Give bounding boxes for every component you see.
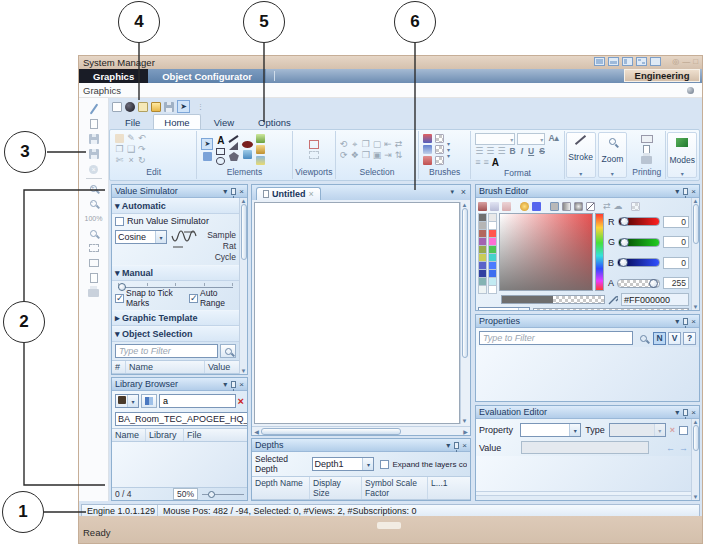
text-brush-dropdown-icon[interactable]: ▾	[447, 154, 450, 158]
layout-split-vertical-icon[interactable]	[622, 57, 633, 66]
indent-icon[interactable]: ≡	[484, 158, 489, 167]
section-automatic[interactable]: ▾ Automatic	[112, 198, 239, 214]
section-manual[interactable]: ▾ Manual	[112, 265, 239, 281]
align-text-left-icon[interactable]: ☰	[475, 147, 483, 156]
hue-strip[interactable]	[595, 213, 604, 291]
pattern-brush-icon[interactable]	[631, 202, 640, 211]
red-slider[interactable]	[618, 217, 661, 226]
waveform-dropdown[interactable]: Cosine ▾	[115, 230, 167, 244]
grow-font-icon[interactable]: A▴	[547, 133, 559, 145]
library-zoom-slider[interactable]	[202, 490, 244, 498]
depth-row[interactable]: Depth1 970 1	[252, 500, 470, 501]
run-value-simulator-checkbox[interactable]	[115, 217, 124, 226]
properties-value-button[interactable]: V	[668, 332, 681, 345]
triangle-tool-icon[interactable]	[229, 142, 238, 150]
section-graphic-template[interactable]: ▸ Graphic Template	[112, 310, 239, 326]
solid-brush-icon[interactable]	[550, 202, 559, 211]
qat-pointer-icon[interactable]: ➤	[177, 100, 190, 113]
hex-color-field[interactable]: #FF000000	[621, 293, 689, 306]
canvas-tab-close-icon[interactable]: ×	[309, 189, 314, 199]
draw-tool-icon[interactable]	[86, 103, 102, 115]
print-icon[interactable]	[86, 287, 102, 299]
zoom-out-icon[interactable]: -	[86, 197, 102, 209]
new-document-icon[interactable]	[86, 118, 102, 130]
ribbon-tab-file[interactable]: File	[114, 114, 151, 129]
fill-brush-dropdown-icon[interactable]: ▾	[447, 142, 450, 146]
green-slider[interactable]	[618, 238, 660, 247]
font-size-dropdown[interactable]: ▾	[517, 133, 545, 145]
delete-icon[interactable]: ×	[128, 156, 133, 165]
library-column-name[interactable]: Name	[112, 429, 146, 441]
qat-save-icon[interactable]	[164, 102, 174, 112]
viewport-add-icon[interactable]	[309, 140, 319, 149]
ungroup-icon[interactable]: ❒	[362, 151, 370, 160]
properties-search-icon[interactable]	[635, 331, 651, 345]
stroke-button[interactable]: Stroke ▾	[566, 132, 596, 178]
minimize-icon[interactable]: —	[682, 57, 690, 66]
object-filter-input[interactable]	[115, 344, 218, 358]
image-tool-icon[interactable]	[243, 150, 252, 159]
layout-full-icon[interactable]	[650, 57, 661, 66]
canvas-tab-untitled[interactable]: Untitled ×	[256, 187, 321, 200]
copy-icon[interactable]: ❐	[115, 145, 123, 154]
properties-filter-input[interactable]	[479, 331, 633, 345]
alpha-value[interactable]: 255	[663, 277, 689, 289]
fill-brush-icon[interactable]	[423, 134, 432, 143]
library-zoom-value[interactable]: 50%	[173, 488, 198, 500]
ellipse-tool-icon[interactable]	[216, 157, 225, 165]
align-text-right-icon[interactable]: ☰	[497, 147, 505, 156]
depths-column-display-size[interactable]: Display Size	[310, 477, 362, 499]
fill-target-icon[interactable]	[478, 202, 487, 211]
zoom-in-icon[interactable]: +	[86, 182, 102, 194]
qat-new-icon[interactable]	[112, 102, 122, 112]
green-value[interactable]: 0	[663, 236, 689, 248]
zoom-level-label[interactable]: 100%	[86, 212, 102, 224]
properties-menu-icon[interactable]: ▾	[675, 315, 679, 328]
text-brush-preview[interactable]	[435, 156, 444, 165]
fill-icon[interactable]	[256, 156, 265, 165]
lock-tool-icon[interactable]	[203, 152, 212, 161]
depths-column-layers[interactable]: L...1	[428, 477, 470, 499]
stroke-target-icon[interactable]	[490, 202, 499, 211]
restore-icon[interactable]: □	[693, 57, 698, 66]
flip-horizontal-icon[interactable]: ⇄	[395, 140, 403, 149]
brightness-icon[interactable]	[520, 202, 529, 211]
paste-icon[interactable]	[115, 134, 124, 143]
depths-column-name[interactable]: Depth Name	[252, 477, 310, 499]
gradient-stop-strip[interactable]	[533, 308, 689, 311]
viewport-rect-icon[interactable]	[86, 257, 102, 269]
qat-overflow-icon[interactable]: ⋮	[197, 103, 204, 111]
rotate-left-icon[interactable]: ⟲	[340, 140, 348, 149]
depths-column-symbol-scale[interactable]: Symbol Scale Factor	[362, 477, 428, 499]
column-name[interactable]: Name	[126, 361, 205, 373]
picture-icon[interactable]	[256, 134, 265, 143]
drawing-canvas[interactable]	[254, 202, 460, 424]
ribbon-tab-home[interactable]: Home	[153, 114, 200, 129]
depths-close-icon[interactable]: ×	[462, 439, 467, 452]
refresh-icon[interactable]: ↻	[138, 156, 146, 165]
library-browser-pin-icon[interactable]	[231, 381, 236, 388]
null-brush-icon[interactable]	[586, 202, 595, 211]
stroke-brush-preview[interactable]	[435, 145, 444, 154]
tab-object-configurator[interactable]: Object Configurator	[148, 69, 266, 83]
polygon-tool-icon[interactable]	[229, 152, 239, 161]
properties-name-button[interactable]: N	[653, 332, 666, 345]
send-back-icon[interactable]: ▣	[373, 151, 382, 160]
scale-icon[interactable]: ❖	[351, 151, 359, 160]
qat-template-icon[interactable]	[138, 102, 148, 112]
canvas-vscrollbar[interactable]: ▲ ▼	[460, 202, 468, 424]
auto-range-checkbox[interactable]	[189, 294, 198, 303]
italic-button[interactable]: I	[520, 146, 524, 156]
evaluation-editor-menu-icon[interactable]: ▾	[675, 406, 679, 419]
fill-brush-preview[interactable]	[435, 134, 444, 143]
expand-layers-checkbox[interactable]	[380, 460, 389, 469]
modes-button[interactable]: Modes ▾	[667, 132, 697, 178]
saturation-value-picker[interactable]	[499, 213, 593, 291]
text-tool-icon[interactable]: A	[217, 135, 224, 146]
value-simulator-hscrollbar[interactable]: ◀ ▶	[112, 374, 239, 375]
font-color-icon[interactable]: A	[492, 157, 499, 168]
properties-pin-icon[interactable]	[683, 318, 688, 325]
column-value[interactable]: Value	[205, 361, 239, 373]
align-text-center-icon[interactable]: ☰	[486, 147, 494, 156]
stroke-brush-icon[interactable]	[423, 145, 432, 154]
